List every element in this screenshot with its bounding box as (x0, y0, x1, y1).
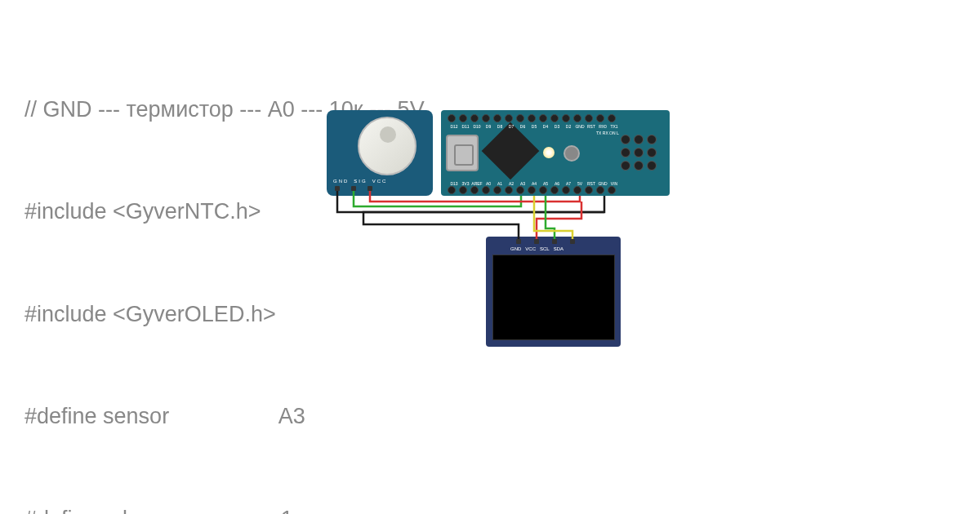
code-line: #define rele 1 (24, 503, 956, 514)
code-line: // GND --- термистор --- A0 --- 10к --- … (24, 93, 956, 127)
code-line: #include <GyverNTC.h> (24, 195, 956, 229)
background-code: // GND --- термистор --- A0 --- 10к --- … (24, 24, 956, 514)
code-line: #define sensor A3 (24, 400, 956, 434)
code-line: #include <GyverOLED.h> (24, 298, 956, 332)
